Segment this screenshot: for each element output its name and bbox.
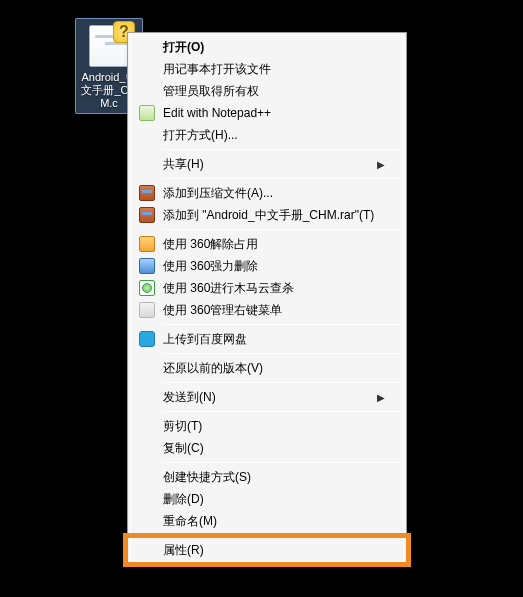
menu-restore-previous[interactable]: 还原以前的版本(V): [131, 357, 403, 379]
menu-360-trojan-scan[interactable]: 使用 360进行木马云查杀: [131, 277, 403, 299]
menu-360-unlock[interactable]: 使用 360解除占用: [131, 233, 403, 255]
menu-separator: [163, 149, 401, 150]
menu-create-shortcut[interactable]: 创建快捷方式(S): [131, 466, 403, 488]
menu-separator: [163, 382, 401, 383]
menu-separator: [163, 229, 401, 230]
menu-admin-take-ownership[interactable]: 管理员取得所有权: [131, 80, 403, 102]
menu-edit-notepad-plus-plus[interactable]: Edit with Notepad++: [131, 102, 403, 124]
menu-delete[interactable]: 删除(D): [131, 488, 403, 510]
chm-file-icon: ?: [85, 23, 133, 69]
menu-separator: [163, 462, 401, 463]
menu-open[interactable]: 打开(O): [131, 36, 403, 58]
menu-360-context-manage[interactable]: 使用 360管理右键菜单: [131, 299, 403, 321]
submenu-arrow-icon: ▶: [377, 392, 385, 403]
baidu-pan-icon: [139, 331, 155, 347]
menu-upload-baidu[interactable]: 上传到百度网盘: [131, 328, 403, 350]
submenu-arrow-icon: ▶: [377, 159, 385, 170]
menu-add-to-named-archive[interactable]: 添加到 "Android_中文手册_CHM.rar"(T): [131, 204, 403, 226]
menu-send-to[interactable]: 发送到(N) ▶: [131, 386, 403, 408]
menu-separator: [163, 324, 401, 325]
menu-open-with[interactable]: 打开方式(H)...: [131, 124, 403, 146]
menu-360-force-delete[interactable]: 使用 360强力删除: [131, 255, 403, 277]
360-delete-icon: [139, 258, 155, 274]
menu-separator: [163, 535, 401, 536]
menu-share[interactable]: 共享(H) ▶: [131, 153, 403, 175]
winrar-icon: [139, 207, 155, 223]
menu-separator: [163, 411, 401, 412]
context-menu: 打开(O) 用记事本打开该文件 管理员取得所有权 Edit with Notep…: [127, 32, 407, 565]
menu-separator: [163, 353, 401, 354]
360-context-icon: [139, 302, 155, 318]
360-unlock-icon: [139, 236, 155, 252]
menu-cut[interactable]: 剪切(T): [131, 415, 403, 437]
notepadpp-icon: [139, 105, 155, 121]
menu-add-to-archive[interactable]: 添加到压缩文件(A)...: [131, 182, 403, 204]
menu-separator: [163, 178, 401, 179]
menu-copy[interactable]: 复制(C): [131, 437, 403, 459]
360-scan-icon: [139, 280, 155, 296]
menu-open-with-notepad[interactable]: 用记事本打开该文件: [131, 58, 403, 80]
menu-properties[interactable]: 属性(R): [131, 539, 403, 561]
menu-rename[interactable]: 重命名(M): [131, 510, 403, 532]
winrar-icon: [139, 185, 155, 201]
